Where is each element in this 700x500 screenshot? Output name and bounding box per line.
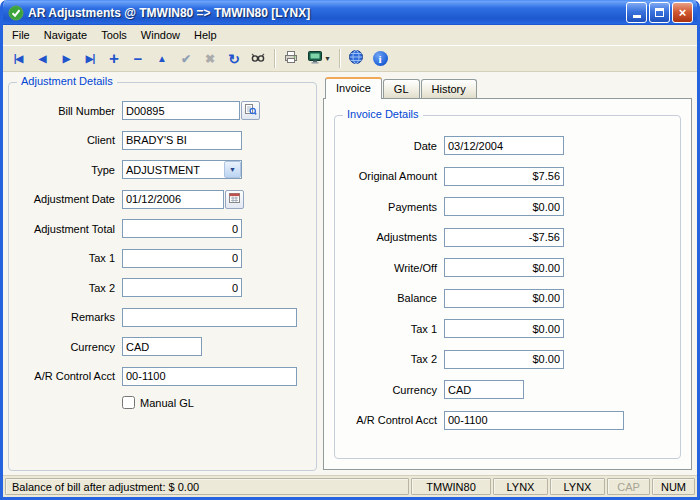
field-row: Write/Off <box>335 258 672 277</box>
tab-gl[interactable]: GL <box>383 79 420 98</box>
info-icon: i <box>373 51 388 66</box>
globe-icon <box>348 49 364 68</box>
client-input[interactable] <box>122 131 242 150</box>
minimize-button[interactable] <box>626 2 647 23</box>
field-row: Payments <box>335 197 672 216</box>
status-num-lock: NUM <box>652 478 695 495</box>
monitor-icon <box>307 49 323 68</box>
ar-control-acct-input[interactable] <box>122 367 297 386</box>
menu-tools[interactable]: Tools <box>94 26 134 44</box>
save-button[interactable]: ✔ <box>174 47 198 70</box>
invoice-currency-input[interactable] <box>444 380 524 399</box>
manual-gl-checkbox[interactable] <box>122 396 135 409</box>
tax1-input[interactable] <box>122 249 242 268</box>
payments-input[interactable] <box>444 197 564 216</box>
print-button[interactable] <box>279 47 303 70</box>
type-value: ADJUSTMENT <box>123 164 224 176</box>
adjustment-panel: Adjustment Details Bill Number <box>3 72 321 475</box>
bill-number-label: Bill Number <box>9 105 115 117</box>
about-button[interactable]: i <box>368 47 392 70</box>
close-button[interactable]: × <box>672 2 693 23</box>
field-row: Balance <box>335 289 672 308</box>
previous-record-icon: ◀ <box>39 53 46 64</box>
delete-button[interactable]: − <box>126 47 150 70</box>
tax2-label: Tax 2 <box>9 282 115 294</box>
field-row: Adjustments <box>335 228 672 247</box>
tab-strip: Invoice GL History <box>323 76 692 98</box>
type-select[interactable]: ADJUSTMENT ▼ <box>122 160 242 179</box>
date-picker-button[interactable] <box>225 190 244 209</box>
original-amount-input[interactable] <box>444 167 564 186</box>
manual-gl-label: Manual GL <box>140 397 194 409</box>
field-row: Type ADJUSTMENT ▼ <box>9 160 308 179</box>
title-bar: AR Adjustments @ TMWIN80 => TMWIN80 [LYN… <box>3 0 697 25</box>
adjustment-details-title: Adjustment Details <box>17 75 117 87</box>
previous-record-button[interactable]: ◀ <box>30 47 54 70</box>
field-row: Client <box>9 131 308 150</box>
web-button[interactable] <box>344 47 368 70</box>
status-caps-lock: CAP <box>607 478 650 495</box>
first-record-button[interactable]: |◀ <box>6 47 30 70</box>
tab-history[interactable]: History <box>421 79 477 98</box>
maximize-icon <box>655 8 664 17</box>
up-arrow-icon: ▲ <box>157 53 167 64</box>
adjustment-total-input[interactable] <box>122 219 242 238</box>
currency-input[interactable] <box>122 337 202 356</box>
menu-help[interactable]: Help <box>187 26 224 44</box>
menu-window[interactable]: Window <box>134 26 187 44</box>
adjustment-date-input[interactable] <box>122 190 224 209</box>
adjustments-input[interactable] <box>444 228 564 247</box>
app-icon <box>8 5 24 21</box>
currency-label: Currency <box>9 341 115 353</box>
field-row: Original Amount <box>335 167 672 186</box>
field-row: Tax 1 <box>9 249 308 268</box>
x-icon: ✖ <box>205 52 215 66</box>
cancel-button[interactable]: ✖ <box>198 47 222 70</box>
field-row: Currency <box>335 380 672 399</box>
invoice-panel: Invoice GL History Invoice Details Date … <box>321 72 697 475</box>
status-database: LYNX <box>493 478 548 495</box>
invoice-tax1-input[interactable] <box>444 319 564 338</box>
minimize-icon <box>633 15 641 18</box>
screen-output-button[interactable]: ▼ <box>303 47 335 70</box>
invoice-details-group: Invoice Details Date Original Amount Pay… <box>334 115 681 459</box>
first-record-icon: |◀ <box>14 53 23 64</box>
invoice-ar-control-acct-input[interactable] <box>444 411 624 430</box>
check-icon: ✔ <box>181 52 191 66</box>
status-message: Balance of bill after adjustment: $ 0.00 <box>5 478 409 495</box>
last-record-icon: ▶| <box>86 53 95 64</box>
invoice-tax2-input[interactable] <box>444 350 564 369</box>
invoice-date-input[interactable] <box>444 136 564 155</box>
post-button[interactable]: ▲ <box>150 47 174 70</box>
adjustment-total-label: Adjustment Total <box>9 223 115 235</box>
field-row: Tax 2 <box>9 278 308 297</box>
maximize-button[interactable] <box>649 2 670 23</box>
invoice-currency-label: Currency <box>335 384 437 396</box>
printer-icon <box>283 49 299 68</box>
window-title: AR Adjustments @ TMWIN80 => TMWIN80 [LYN… <box>28 6 624 20</box>
field-row: Tax 1 <box>335 319 672 338</box>
balance-input[interactable] <box>444 289 564 308</box>
toolbar: |◀ ◀ ▶ ▶| + − ▲ ✔ ✖ ↻ <box>3 45 697 72</box>
writeoff-input[interactable] <box>444 258 564 277</box>
tax2-input[interactable] <box>122 278 242 297</box>
refresh-button[interactable]: ↻ <box>222 47 246 70</box>
bill-number-lookup-button[interactable] <box>241 101 260 120</box>
type-label: Type <box>9 164 115 176</box>
add-button[interactable]: + <box>102 47 126 70</box>
field-row: Adjustment Date <box>9 190 308 209</box>
refresh-icon: ↻ <box>228 51 240 67</box>
preview-button[interactable] <box>246 47 270 70</box>
bill-number-input[interactable] <box>122 101 240 120</box>
tax1-label: Tax 1 <box>9 252 115 264</box>
payments-label: Payments <box>335 201 437 213</box>
menu-navigate[interactable]: Navigate <box>37 26 94 44</box>
field-row: Adjustment Total <box>9 219 308 238</box>
last-record-button[interactable]: ▶| <box>78 47 102 70</box>
menu-file[interactable]: File <box>5 26 37 44</box>
remarks-input[interactable] <box>122 308 297 327</box>
calendar-icon <box>228 191 241 207</box>
original-amount-label: Original Amount <box>335 170 437 182</box>
next-record-button[interactable]: ▶ <box>54 47 78 70</box>
tab-invoice[interactable]: Invoice <box>325 77 382 99</box>
